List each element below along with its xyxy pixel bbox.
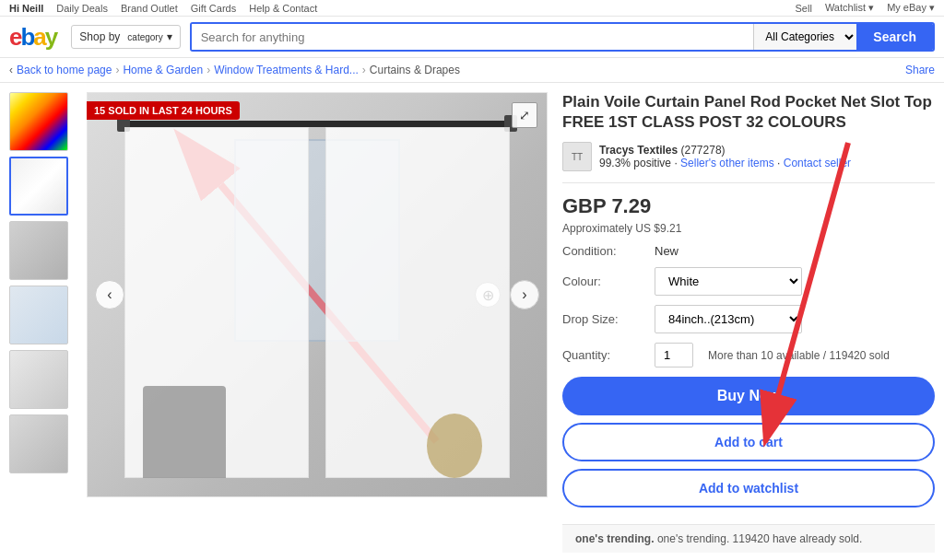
chair xyxy=(143,386,226,478)
watchlist-link[interactable]: Watchlist ▾ xyxy=(825,2,874,14)
image-prev-button[interactable]: ‹ xyxy=(95,280,124,309)
top-nav-left: Hi Neill Daily Deals Brand Outlet Gift C… xyxy=(9,3,317,14)
quantity-input[interactable] xyxy=(655,343,693,368)
trending-text: one's trending. one's trending. 119420 h… xyxy=(575,532,862,545)
side-table xyxy=(427,414,482,478)
price-main: GBP 7.29 xyxy=(562,194,651,217)
seller-avatar: TT xyxy=(562,142,592,171)
top-nav-right: Sell Watchlist ▾ My eBay ▾ xyxy=(796,2,935,14)
seller-info: Tracys Textiles (277278) 99.3% positive … xyxy=(599,144,851,169)
condition-row: Condition: New xyxy=(562,244,935,258)
gift-cards-link[interactable]: Gift Cards xyxy=(191,3,237,14)
seller-rating: 99.3% positive xyxy=(599,157,671,169)
condition-label: Condition: xyxy=(562,244,645,258)
curtain-panel-right xyxy=(325,127,510,478)
shop-by-button[interactable]: Shop by category ▾ xyxy=(71,25,180,49)
condition-value: New xyxy=(655,244,678,258)
search-input[interactable] xyxy=(192,24,754,50)
thumbnail-1[interactable] xyxy=(9,92,68,151)
content-area: 15 SOLD IN LAST 24 HOURS xyxy=(0,83,944,560)
colour-label: Colour: xyxy=(562,274,645,288)
seller-name: Tracys Textiles xyxy=(599,144,678,157)
contact-seller-link[interactable]: Contact seller xyxy=(784,157,851,169)
breadcrumb-current: Curtains & Drapes xyxy=(370,64,460,76)
price-approx: Approximately US $9.21 xyxy=(562,222,935,235)
thumbnail-list xyxy=(9,92,72,553)
buy-now-button[interactable]: Buy Now xyxy=(562,377,935,415)
colour-row: Colour: White xyxy=(562,267,935,296)
product-title: Plain Voile Curtain Panel Rod Pocket Net… xyxy=(562,92,935,133)
seller-reviews: (277278) xyxy=(681,144,726,157)
seller-other-items-link[interactable]: Seller's other items xyxy=(680,157,774,169)
brand-outlet-link[interactable]: Brand Outlet xyxy=(121,3,178,14)
expand-image-button[interactable]: ⤢ xyxy=(512,102,537,128)
thumbnail-3[interactable] xyxy=(9,221,68,280)
main-image-container: 15 SOLD IN LAST 24 HOURS xyxy=(87,92,548,553)
quantity-note: More than 10 available / 119420 sold xyxy=(708,349,890,362)
breadcrumb-window-treatments[interactable]: Window Treatments & Hard... xyxy=(214,64,359,76)
daily-deals-link[interactable]: Daily Deals xyxy=(56,3,108,14)
thumbnail-4[interactable] xyxy=(9,286,68,344)
curtain-rod xyxy=(124,121,510,127)
thumbnail-5[interactable] xyxy=(9,350,68,409)
breadcrumb-home-link[interactable]: Back to home page xyxy=(17,64,112,76)
search-bar: All Categories Search xyxy=(190,22,935,52)
share-link[interactable]: Share xyxy=(905,64,935,76)
add-to-cart-button[interactable]: Add to cart xyxy=(562,423,935,461)
my-ebay-link[interactable]: My eBay ▾ xyxy=(887,2,935,14)
colour-select[interactable]: White xyxy=(655,267,802,296)
help-contact-link[interactable]: Help & Contact xyxy=(249,3,317,14)
drop-size-label: Drop Size: xyxy=(562,312,645,326)
sell-link[interactable]: Sell xyxy=(796,3,812,14)
back-arrow-icon: ‹ xyxy=(9,64,13,76)
drop-size-row: Drop Size: 84inch..(213cm) xyxy=(562,305,935,333)
main-image-area: ‹ › ⤢ ⊕ xyxy=(87,92,548,497)
search-button[interactable]: Search xyxy=(856,24,933,50)
user-greeting: Hi Neill xyxy=(9,3,43,14)
drop-size-select[interactable]: 84inch..(213cm) xyxy=(655,305,802,333)
add-to-watchlist-button[interactable]: Add to watchlist xyxy=(562,469,935,508)
thumbnail-6[interactable] xyxy=(9,414,68,473)
trending-bar: one's trending. one's trending. 119420 h… xyxy=(562,524,935,553)
top-nav: Hi Neill Daily Deals Brand Outlet Gift C… xyxy=(0,0,944,17)
sold-badge: 15 SOLD IN LAST 24 HOURS xyxy=(87,101,240,120)
ebay-logo[interactable]: ebay xyxy=(9,23,56,52)
seller-row: TT Tracys Textiles (277278) 99.3% positi… xyxy=(562,142,935,183)
search-category-select[interactable]: All Categories xyxy=(753,24,856,50)
quantity-label: Quantity: xyxy=(562,348,645,362)
breadcrumb-home-garden[interactable]: Home & Garden xyxy=(123,64,203,76)
price-row: GBP 7.29 xyxy=(562,194,935,218)
breadcrumb: ‹ Back to home page › Home & Garden › Wi… xyxy=(0,58,944,83)
quantity-row: Quantity: More than 10 available / 11942… xyxy=(562,343,935,368)
thumbnail-2[interactable] xyxy=(9,157,68,216)
product-details: Plain Voile Curtain Panel Rod Pocket Net… xyxy=(562,92,935,553)
image-next-button[interactable]: › xyxy=(510,280,539,309)
main-nav: ebay Shop by category ▾ All Categories S… xyxy=(0,17,944,58)
